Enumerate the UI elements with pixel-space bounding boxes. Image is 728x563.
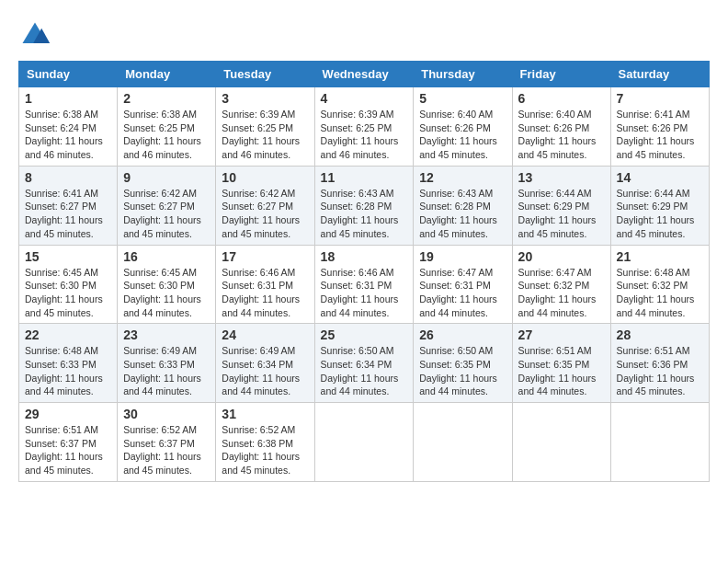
calendar-cell: 7Sunrise: 6:41 AMSunset: 6:26 PMDaylight…	[610, 87, 709, 167]
day-info: Sunrise: 6:40 AMSunset: 6:26 PMDaylight:…	[518, 108, 605, 162]
day-info: Sunrise: 6:47 AMSunset: 6:32 PMDaylight:…	[518, 266, 605, 320]
day-number: 15	[25, 249, 111, 264]
page-header	[18, 18, 710, 52]
day-number: 21	[617, 249, 703, 264]
day-info: Sunrise: 6:45 AMSunset: 6:30 PMDaylight:…	[25, 266, 111, 320]
day-info: Sunrise: 6:39 AMSunset: 6:25 PMDaylight:…	[222, 108, 308, 162]
calendar-week-row: 15Sunrise: 6:45 AMSunset: 6:30 PMDayligh…	[19, 245, 710, 324]
day-number: 8	[25, 170, 111, 185]
day-number: 23	[123, 327, 210, 342]
day-info: Sunrise: 6:44 AMSunset: 6:29 PMDaylight:…	[617, 187, 703, 241]
column-header-thursday: Thursday	[414, 62, 512, 87]
calendar-cell: 8Sunrise: 6:41 AMSunset: 6:27 PMDaylight…	[19, 166, 118, 245]
calendar-cell: 9Sunrise: 6:42 AMSunset: 6:27 PMDaylight…	[118, 166, 216, 245]
calendar-cell: 19Sunrise: 6:47 AMSunset: 6:31 PMDayligh…	[414, 245, 512, 324]
day-info: Sunrise: 6:42 AMSunset: 6:27 PMDaylight:…	[123, 187, 210, 241]
calendar-cell: 18Sunrise: 6:46 AMSunset: 6:31 PMDayligh…	[314, 245, 414, 324]
day-number: 26	[419, 327, 506, 342]
calendar-week-row: 29Sunrise: 6:51 AMSunset: 6:37 PMDayligh…	[19, 403, 710, 482]
day-number: 18	[321, 249, 408, 264]
calendar-week-row: 22Sunrise: 6:48 AMSunset: 6:33 PMDayligh…	[19, 324, 710, 403]
day-number: 3	[222, 91, 308, 106]
day-number: 10	[222, 170, 308, 185]
calendar-cell: 16Sunrise: 6:45 AMSunset: 6:30 PMDayligh…	[118, 245, 216, 324]
day-number: 14	[617, 170, 703, 185]
day-info: Sunrise: 6:41 AMSunset: 6:27 PMDaylight:…	[25, 187, 111, 241]
day-number: 20	[518, 249, 605, 264]
day-info: Sunrise: 6:49 AMSunset: 6:34 PMDaylight:…	[222, 344, 308, 398]
calendar-cell: 21Sunrise: 6:48 AMSunset: 6:32 PMDayligh…	[610, 245, 709, 324]
calendar-cell: 28Sunrise: 6:51 AMSunset: 6:36 PMDayligh…	[610, 324, 709, 403]
calendar-cell: 6Sunrise: 6:40 AMSunset: 6:26 PMDaylight…	[512, 87, 610, 167]
calendar-cell: 29Sunrise: 6:51 AMSunset: 6:37 PMDayligh…	[19, 403, 118, 482]
day-info: Sunrise: 6:44 AMSunset: 6:29 PMDaylight:…	[518, 187, 605, 241]
calendar-cell: 10Sunrise: 6:42 AMSunset: 6:27 PMDayligh…	[216, 166, 314, 245]
day-number: 11	[321, 170, 408, 185]
day-info: Sunrise: 6:51 AMSunset: 6:35 PMDaylight:…	[518, 344, 605, 398]
day-info: Sunrise: 6:51 AMSunset: 6:36 PMDaylight:…	[617, 344, 703, 398]
day-info: Sunrise: 6:49 AMSunset: 6:33 PMDaylight:…	[123, 344, 210, 398]
day-info: Sunrise: 6:51 AMSunset: 6:37 PMDaylight:…	[25, 423, 111, 477]
calendar-cell: 12Sunrise: 6:43 AMSunset: 6:28 PMDayligh…	[414, 166, 512, 245]
day-info: Sunrise: 6:47 AMSunset: 6:31 PMDaylight:…	[419, 266, 506, 320]
day-info: Sunrise: 6:43 AMSunset: 6:28 PMDaylight:…	[419, 187, 506, 241]
logo-icon	[18, 18, 51, 52]
day-info: Sunrise: 6:38 AMSunset: 6:25 PMDaylight:…	[123, 108, 210, 162]
day-info: Sunrise: 6:46 AMSunset: 6:31 PMDaylight:…	[222, 266, 308, 320]
day-number: 24	[222, 327, 308, 342]
calendar-cell: 11Sunrise: 6:43 AMSunset: 6:28 PMDayligh…	[314, 166, 414, 245]
calendar-header-row: SundayMondayTuesdayWednesdayThursdayFrid…	[19, 62, 710, 87]
calendar-cell: 30Sunrise: 6:52 AMSunset: 6:37 PMDayligh…	[118, 403, 216, 482]
day-info: Sunrise: 6:43 AMSunset: 6:28 PMDaylight:…	[321, 187, 408, 241]
day-number: 31	[222, 407, 308, 421]
day-info: Sunrise: 6:46 AMSunset: 6:31 PMDaylight:…	[321, 266, 408, 320]
day-info: Sunrise: 6:50 AMSunset: 6:35 PMDaylight:…	[419, 344, 506, 398]
calendar-cell: 13Sunrise: 6:44 AMSunset: 6:29 PMDayligh…	[512, 166, 610, 245]
day-number: 25	[321, 327, 408, 342]
day-number: 27	[518, 327, 605, 342]
column-header-sunday: Sunday	[19, 62, 118, 87]
calendar-cell: 31Sunrise: 6:52 AMSunset: 6:38 PMDayligh…	[216, 403, 314, 482]
calendar-cell: 27Sunrise: 6:51 AMSunset: 6:35 PMDayligh…	[512, 324, 610, 403]
day-info: Sunrise: 6:48 AMSunset: 6:33 PMDaylight:…	[25, 344, 111, 398]
day-info: Sunrise: 6:52 AMSunset: 6:38 PMDaylight:…	[222, 423, 308, 477]
calendar-cell: 26Sunrise: 6:50 AMSunset: 6:35 PMDayligh…	[414, 324, 512, 403]
column-header-monday: Monday	[118, 62, 216, 87]
calendar-cell	[610, 403, 709, 482]
day-number: 17	[222, 249, 308, 264]
day-number: 13	[518, 170, 605, 185]
calendar-cell: 1Sunrise: 6:38 AMSunset: 6:24 PMDaylight…	[19, 87, 118, 167]
column-header-saturday: Saturday	[610, 62, 709, 87]
day-info: Sunrise: 6:50 AMSunset: 6:34 PMDaylight:…	[321, 344, 408, 398]
calendar-table: SundayMondayTuesdayWednesdayThursdayFrid…	[18, 61, 710, 482]
day-number: 19	[419, 249, 506, 264]
day-number: 29	[25, 407, 111, 421]
day-info: Sunrise: 6:52 AMSunset: 6:37 PMDaylight:…	[123, 423, 210, 477]
calendar-cell: 3Sunrise: 6:39 AMSunset: 6:25 PMDaylight…	[216, 87, 314, 167]
day-number: 1	[25, 91, 111, 106]
calendar-cell: 25Sunrise: 6:50 AMSunset: 6:34 PMDayligh…	[314, 324, 414, 403]
calendar-cell	[314, 403, 414, 482]
day-number: 30	[123, 407, 210, 421]
calendar-cell: 22Sunrise: 6:48 AMSunset: 6:33 PMDayligh…	[19, 324, 118, 403]
calendar-cell: 14Sunrise: 6:44 AMSunset: 6:29 PMDayligh…	[610, 166, 709, 245]
calendar-cell: 4Sunrise: 6:39 AMSunset: 6:25 PMDaylight…	[314, 87, 414, 167]
day-number: 4	[321, 91, 408, 106]
day-number: 16	[123, 249, 210, 264]
calendar-week-row: 8Sunrise: 6:41 AMSunset: 6:27 PMDaylight…	[19, 166, 710, 245]
calendar-cell: 2Sunrise: 6:38 AMSunset: 6:25 PMDaylight…	[118, 87, 216, 167]
day-number: 7	[617, 91, 703, 106]
day-number: 22	[25, 327, 111, 342]
day-number: 12	[419, 170, 506, 185]
calendar-cell: 23Sunrise: 6:49 AMSunset: 6:33 PMDayligh…	[118, 324, 216, 403]
day-number: 6	[518, 91, 605, 106]
day-info: Sunrise: 6:45 AMSunset: 6:30 PMDaylight:…	[123, 266, 210, 320]
calendar-cell	[512, 403, 610, 482]
day-number: 5	[419, 91, 506, 106]
day-info: Sunrise: 6:42 AMSunset: 6:27 PMDaylight:…	[222, 187, 308, 241]
calendar-cell: 15Sunrise: 6:45 AMSunset: 6:30 PMDayligh…	[19, 245, 118, 324]
day-number: 9	[123, 170, 210, 185]
day-info: Sunrise: 6:48 AMSunset: 6:32 PMDaylight:…	[617, 266, 703, 320]
calendar-week-row: 1Sunrise: 6:38 AMSunset: 6:24 PMDaylight…	[19, 87, 710, 167]
day-info: Sunrise: 6:41 AMSunset: 6:26 PMDaylight:…	[617, 108, 703, 162]
